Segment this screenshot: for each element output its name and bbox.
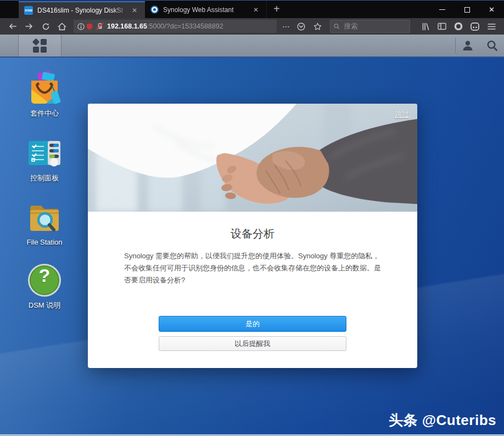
user-account-button[interactable] xyxy=(456,35,480,56)
home-icon[interactable] xyxy=(55,20,69,33)
tab-close-icon[interactable]: ✕ xyxy=(130,5,139,15)
window-controls: ✕ xyxy=(430,1,504,18)
magnifier-icon xyxy=(486,39,499,52)
handshake-image: 跳过 xyxy=(88,104,417,212)
dsm-favicon: DSM xyxy=(24,6,33,15)
search-box[interactable] xyxy=(330,20,410,33)
tab-title: DS416slim - Synology DiskSt xyxy=(37,7,130,14)
tracking-protection-icon[interactable] xyxy=(86,23,93,30)
desktop-search-button[interactable] xyxy=(480,35,504,56)
dsm-taskbar xyxy=(0,35,504,58)
web-assistant-favicon xyxy=(150,5,159,14)
icon-label: DSM 说明 xyxy=(19,301,70,310)
tab-bar: DSM DS416slim - Synology DiskSt ✕ Synolo… xyxy=(0,1,504,18)
tab-title: Synology Web Assistant xyxy=(163,6,251,14)
sidebar-icon[interactable] xyxy=(435,20,449,33)
insecure-lock-icon[interactable] xyxy=(96,22,104,30)
tab-close-icon[interactable]: ✕ xyxy=(251,5,261,15)
tab-web-assistant[interactable]: Synology Web Assistant ✕ xyxy=(145,1,267,18)
new-tab-button[interactable]: + xyxy=(267,1,287,18)
control-panel-icon xyxy=(27,135,62,171)
package-center-icon xyxy=(27,71,62,106)
skip-link[interactable]: 跳过 xyxy=(395,110,409,120)
reload-icon[interactable] xyxy=(38,20,53,33)
url-path: :5000/?dc=15334588892 xyxy=(147,22,223,30)
watermark-text: 头条 @Cuteribs xyxy=(389,411,496,430)
close-button[interactable]: ✕ xyxy=(479,1,504,18)
icon-label: 套件中心 xyxy=(19,109,70,118)
taskbar-left-segment xyxy=(0,35,19,56)
desktop-icon-control-panel[interactable]: 控制面板 xyxy=(19,135,70,183)
minimize-button[interactable] xyxy=(430,1,455,18)
main-menu-button[interactable] xyxy=(19,35,61,56)
icon-label: 控制面板 xyxy=(19,173,70,183)
remind-me-later-button[interactable]: 以后提醒我 xyxy=(159,336,346,351)
bookmark-star-icon[interactable] xyxy=(310,20,324,33)
back-icon[interactable] xyxy=(5,20,20,33)
question-mark-glyph: ? xyxy=(27,265,62,286)
navigation-bar: 192.168.1.65:5000/?dc=15334588892 ⋯ xyxy=(0,18,504,35)
menu-hamburger-icon[interactable] xyxy=(484,20,499,33)
dialog-body-text: Synology 需要您的帮助，以便我们提升您的使用体验。Synology 尊重… xyxy=(124,250,381,286)
adblock-ring-icon[interactable] xyxy=(451,20,466,33)
dialog-buttons: 是的 以后提醒我 xyxy=(88,316,417,351)
page-actions-icon[interactable]: ⋯ xyxy=(280,22,293,31)
tab-strip: DSM DS416slim - Synology DiskSt ✕ Synolo… xyxy=(19,1,267,18)
device-analytics-dialog: 跳过 设备分析 Synology 需要您的帮助，以便我们提升您的使用体验。Syn… xyxy=(88,104,417,368)
dialog-title: 设备分析 xyxy=(88,227,417,241)
tab-dsm[interactable]: DSM DS416slim - Synology DiskSt ✕ xyxy=(19,1,145,18)
desktop-icon-dsm-help[interactable]: ? DSM 说明 xyxy=(19,263,70,310)
extension-mask-icon[interactable] xyxy=(468,20,482,33)
icon-label: File Station xyxy=(19,238,70,246)
file-station-icon xyxy=(27,200,62,235)
desktop-icon-file-station[interactable]: File Station xyxy=(19,200,70,246)
dsm-help-icon: ? xyxy=(27,263,62,298)
main-menu-icon xyxy=(33,39,47,53)
maximize-button[interactable] xyxy=(455,1,479,18)
forward-icon[interactable] xyxy=(22,20,36,33)
desktop-icon-package-center[interactable]: 套件中心 xyxy=(19,71,70,118)
toolbar-icons xyxy=(417,20,500,33)
library-icon[interactable] xyxy=(418,20,433,33)
url-text: 192.168.1.65:5000/?dc=15334588892 xyxy=(107,22,271,30)
dsm-desktop: 套件中心 控制面板 xyxy=(0,35,504,436)
url-bar[interactable]: 192.168.1.65:5000/?dc=15334588892 xyxy=(74,20,277,33)
search-icon xyxy=(334,23,339,30)
search-input[interactable] xyxy=(343,22,406,31)
yes-button[interactable]: 是的 xyxy=(159,316,346,332)
browser-window: DSM DS416slim - Synology DiskSt ✕ Synolo… xyxy=(0,0,504,436)
pocket-icon[interactable] xyxy=(294,20,308,33)
user-icon xyxy=(461,39,474,52)
page-info-icon[interactable] xyxy=(77,23,85,30)
url-domain: 192.168.1.65 xyxy=(107,22,147,30)
